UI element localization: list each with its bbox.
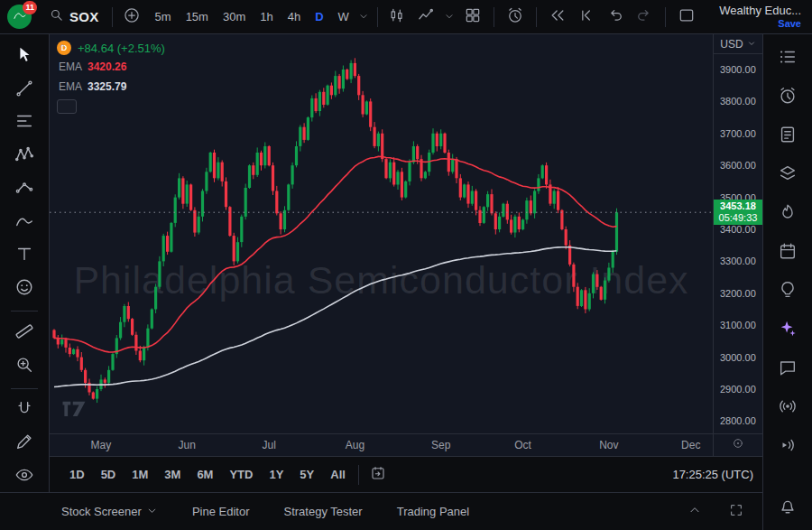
- interval-15m[interactable]: 15m: [180, 7, 215, 26]
- app-logo[interactable]: 11: [7, 4, 34, 31]
- interval-D[interactable]: D: [309, 7, 329, 26]
- bottom-tab-pine-editor[interactable]: Pine Editor: [192, 505, 250, 518]
- tool-zoom-in[interactable]: [8, 351, 41, 382]
- undo-button[interactable]: [602, 4, 629, 31]
- panel-maximize-button[interactable]: [723, 498, 750, 525]
- panel-hotlists-flame[interactable]: [770, 200, 805, 228]
- panel-chat[interactable]: [770, 356, 805, 383]
- range-1M[interactable]: 1M: [125, 465, 155, 484]
- bar-countdown: 05:49:33: [714, 212, 762, 224]
- currency-dropdown[interactable]: USD: [714, 34, 762, 54]
- layout-panel-button[interactable]: [673, 4, 700, 31]
- range-5D[interactable]: 5D: [94, 465, 124, 484]
- legend-collapse-button[interactable]: [57, 99, 77, 114]
- candlestick-style-button[interactable]: [383, 4, 411, 31]
- tool-trend-line[interactable]: [8, 75, 41, 106]
- panel-broadcast[interactable]: [770, 395, 805, 422]
- compare-add-symbol-button[interactable]: [118, 4, 145, 31]
- bottom-tab-label: Trading Panel: [397, 505, 469, 518]
- bottom-tab-stock-screener[interactable]: Stock Screener: [61, 505, 158, 519]
- interval-W[interactable]: W: [332, 7, 355, 26]
- right-sidebar: [762, 34, 812, 530]
- price-tick: 2900.00: [720, 383, 756, 395]
- interval-5m[interactable]: 5m: [149, 7, 178, 26]
- bottom-tab-trading-panel[interactable]: Trading Panel: [397, 505, 469, 518]
- live-icon: [778, 435, 798, 459]
- panel-bell[interactable]: [770, 494, 805, 521]
- indicator-value: 3420.26: [88, 60, 126, 73]
- utc-clock[interactable]: 17:25:25 (UTC): [672, 468, 753, 481]
- time-tick-jun: Jun: [179, 439, 196, 451]
- price-tick: 3900.00: [720, 63, 756, 76]
- interval-1h[interactable]: 1h: [254, 7, 279, 26]
- hotlists-flame-icon: [778, 202, 798, 226]
- step-back-button[interactable]: [573, 4, 600, 31]
- time-tick-may: May: [91, 439, 112, 451]
- panel-ideas-bulb[interactable]: [770, 278, 805, 305]
- alert-clock-button[interactable]: [502, 4, 529, 31]
- chart-legend: D +84.64 (+2.51%) EMA 3420.26 EMA 3325.7…: [57, 41, 165, 114]
- target-icon[interactable]: [731, 436, 745, 454]
- indicator-legend-ema-slow[interactable]: EMA 3325.79: [57, 79, 128, 94]
- panel-calendar[interactable]: [770, 239, 805, 266]
- rewind-button[interactable]: [544, 4, 571, 31]
- drawing-toolbar: [0, 34, 50, 492]
- panel-object-tree[interactable]: [770, 162, 805, 189]
- chevron-up-icon: [687, 503, 702, 521]
- tool-fib-retracement[interactable]: [8, 108, 41, 139]
- calendar-icon: [778, 241, 798, 265]
- interval-30m[interactable]: 30m: [217, 7, 252, 26]
- tool-eye[interactable]: [8, 461, 41, 492]
- object-tree-icon: [778, 163, 798, 187]
- panel-watchlist[interactable]: [770, 45, 805, 72]
- tool-cursor[interactable]: [8, 42, 41, 72]
- tool-elliott-wave[interactable]: [8, 174, 41, 205]
- alert-clock-icon: [506, 6, 524, 28]
- panel-alerts-clock[interactable]: [770, 84, 805, 111]
- layout-title[interactable]: Wealthy Educ...: [719, 4, 801, 18]
- grid-layout-button[interactable]: [459, 4, 486, 31]
- curve-brush-icon: [14, 211, 34, 235]
- range-1D[interactable]: 1D: [62, 465, 92, 484]
- interval-4h[interactable]: 4h: [281, 7, 307, 26]
- redo-button[interactable]: [631, 4, 658, 31]
- time-axis[interactable]: MayJunJulAugSepOctNovDec: [50, 433, 713, 456]
- panel-journal[interactable]: [770, 123, 805, 150]
- interval-chevron-button[interactable]: [355, 4, 372, 31]
- tool-pencil[interactable]: [8, 428, 41, 459]
- range-1Y[interactable]: 1Y: [262, 465, 291, 484]
- divider: [536, 7, 537, 27]
- panel-expand-button[interactable]: [681, 498, 708, 525]
- panel-ai-sparkle[interactable]: [770, 317, 805, 344]
- symbol-name: SOX: [69, 9, 99, 24]
- tool-xabcd-pattern[interactable]: [8, 141, 41, 172]
- step-back-icon: [577, 6, 595, 28]
- tool-text[interactable]: [8, 241, 41, 272]
- symbol-legend-row[interactable]: D +84.64 (+2.51%): [57, 41, 165, 55]
- price-axis[interactable]: USD 3900.003800.003700.003600.003500.003…: [713, 34, 762, 433]
- time-tick-oct: Oct: [514, 439, 531, 451]
- bottom-panel-controls: [681, 498, 750, 525]
- range-YTD[interactable]: YTD: [222, 465, 260, 484]
- go-to-date-button[interactable]: [364, 461, 392, 488]
- range-All[interactable]: All: [323, 465, 353, 484]
- range-5Y[interactable]: 5Y: [292, 465, 321, 484]
- tool-ruler[interactable]: [8, 318, 41, 349]
- save-button[interactable]: Save: [778, 18, 801, 30]
- price-tick: 3600.00: [720, 159, 756, 172]
- panel-live[interactable]: [770, 433, 805, 460]
- bottom-tab-strategy-tester[interactable]: Strategy Tester: [283, 505, 362, 518]
- range-3M[interactable]: 3M: [157, 465, 188, 484]
- indicator-legend-ema-fast[interactable]: EMA 3420.26: [57, 60, 128, 74]
- time-tick-sep: Sep: [431, 439, 450, 451]
- symbol-search-button[interactable]: SOX: [42, 4, 106, 30]
- tool-curve-brush[interactable]: [8, 208, 41, 238]
- tool-magnet[interactable]: [8, 395, 41, 426]
- tool-emoji[interactable]: [8, 274, 41, 304]
- trading-app: 11 SOX 5m15m30m1h4hDW Wealthy Educ... Sa…: [0, 0, 812, 530]
- indicators-icon: [417, 6, 435, 28]
- range-6M[interactable]: 6M: [189, 465, 220, 484]
- interval-switcher: 5m15m30m1h4hDW: [149, 7, 355, 26]
- chevron-down-button[interactable]: [441, 4, 457, 31]
- indicators-button[interactable]: [412, 4, 439, 31]
